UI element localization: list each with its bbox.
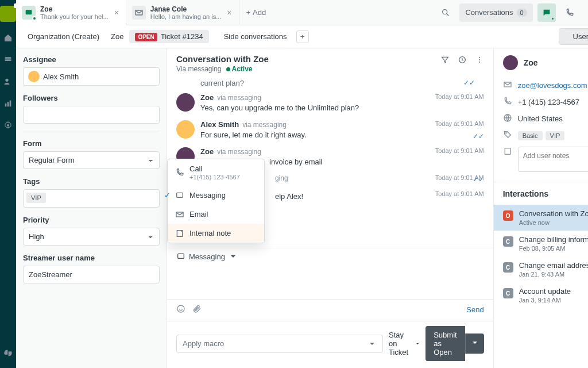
nav-rail — [0, 0, 16, 368]
timestamp: Today at 9:01 AM — [435, 93, 484, 100]
chat-icon — [175, 191, 185, 200]
search-icon[interactable] — [436, 3, 455, 22]
user-name: Zoe — [524, 58, 588, 67]
status-open-pill: OPEN — [135, 33, 157, 41]
tab-zoe[interactable]: ZoeThank you for your hel... × — [16, 0, 126, 25]
tag-icon — [503, 130, 512, 141]
svg-point-29 — [505, 133, 506, 133]
form-select[interactable]: Regular Form — [23, 151, 160, 169]
message: Zoevia messagingYes, can you upgrade me … — [176, 93, 484, 112]
message: Alex Smithvia messagingFor sure, let me … — [176, 120, 484, 139]
svg-rect-7 — [26, 10, 32, 14]
attach-icon[interactable] — [192, 304, 202, 315]
popup-email[interactable]: Email — [168, 205, 264, 224]
send-button[interactable]: Send — [466, 305, 483, 314]
svg-point-2 — [5, 79, 8, 82]
breadcrumb-bar: Organization (Create) Zoe OPENTicket #12… — [16, 25, 588, 48]
interaction-item[interactable]: CAccount updateJan 3, 9:14 AM — [494, 282, 588, 308]
streamer-field[interactable] — [23, 266, 160, 283]
mail-icon — [132, 6, 146, 20]
crumb-org[interactable]: Organization (Create) — [22, 30, 105, 43]
tab-janae[interactable]: Janae ColeHello, I am having an is... × — [126, 0, 239, 25]
interaction-item[interactable]: OConversation with ZoeActive now — [494, 205, 588, 231]
timestamp: Today at 9:01 AM — [435, 190, 484, 197]
svg-point-16 — [479, 57, 480, 58]
followers-field[interactable] — [23, 106, 160, 124]
zendesk-icon[interactable] — [2, 347, 14, 359]
filter-icon[interactable] — [440, 55, 450, 66]
priority-select[interactable]: High — [23, 228, 160, 246]
form-label: Form — [23, 139, 160, 148]
views-icon[interactable] — [2, 54, 14, 66]
interaction-item[interactable]: CChange email addressJan 21, 9:43 AM — [494, 256, 588, 282]
svg-rect-19 — [177, 193, 183, 197]
read-receipt-icon: ✓✓ — [463, 79, 475, 87]
chevron-down-icon — [415, 339, 420, 348]
popup-call[interactable]: Call+1(415) 123-4567 — [168, 159, 264, 186]
svg-rect-22 — [178, 254, 184, 258]
close-icon[interactable]: × — [226, 7, 233, 18]
svg-point-6 — [7, 124, 9, 126]
status-badge: C — [503, 288, 513, 298]
priority-label: Priority — [23, 216, 160, 224]
interaction-item[interactable]: CChange billing informationFeb 08, 9:05 … — [494, 231, 588, 256]
globe-icon — [503, 113, 512, 124]
brand-logo[interactable] — [0, 6, 16, 22]
macro-select[interactable]: Apply macro — [176, 335, 383, 353]
conversations-button[interactable]: Conversations0 — [459, 3, 532, 22]
emoji-icon[interactable] — [176, 304, 185, 315]
conversation-title: Conversation with Zoe — [176, 54, 440, 64]
call-icon[interactable] — [560, 3, 579, 22]
interactions-list: OConversation with ZoeActive now CChange… — [494, 205, 588, 314]
submit-dropdown[interactable] — [465, 334, 484, 354]
side-conversations[interactable]: Side conversations — [218, 30, 293, 43]
tab-user[interactable]: User — [559, 29, 588, 44]
phone-icon — [175, 168, 185, 177]
footer-bar: Apply macro Stay on Ticket Submit as Ope… — [167, 321, 493, 368]
crumb-name[interactable]: Zoe — [105, 30, 129, 43]
channel-selector[interactable]: Messaging — [167, 248, 493, 264]
notifications-icon[interactable]: 1 — [583, 3, 588, 22]
add-side-conv-button[interactable]: + — [296, 30, 309, 43]
status-badge: C — [503, 262, 513, 273]
crumb-ticket[interactable]: OPENTicket #1234 — [129, 30, 208, 43]
reports-icon[interactable] — [2, 98, 14, 109]
submit-group: Submit as Open — [425, 326, 483, 361]
chevron-down-icon — [229, 252, 238, 261]
followers-label: Followers — [23, 94, 160, 102]
home-icon[interactable] — [2, 32, 14, 44]
svg-rect-0 — [5, 57, 11, 59]
close-icon[interactable]: × — [113, 7, 120, 18]
user-notes-field[interactable] — [518, 147, 588, 172]
channel-popup: Call+1(415) 123-4567 ✓Messaging Email In… — [167, 159, 265, 243]
tab-sub: Thank you for your hel... — [40, 13, 109, 20]
svg-point-17 — [479, 59, 480, 60]
more-icon[interactable] — [475, 55, 484, 66]
phone-icon — [503, 97, 512, 108]
streamer-label: Streamer user name — [23, 254, 160, 262]
chat-status-icon[interactable] — [537, 3, 556, 22]
submit-button[interactable]: Submit as Open — [425, 326, 465, 361]
tab-title: Janae Cole — [150, 5, 222, 13]
avatar — [28, 71, 40, 82]
popup-internal-note[interactable]: Internal note — [168, 224, 264, 243]
tags-field[interactable]: VIP — [23, 189, 160, 208]
user-email[interactable]: zoe@lovesdogs.com — [503, 77, 588, 94]
user-notes-row — [503, 144, 588, 175]
assignee-field[interactable]: Alex Smith — [23, 67, 160, 86]
stay-on-ticket[interactable]: Stay on Ticket — [389, 331, 420, 356]
settings-icon[interactable] — [2, 120, 14, 131]
ticket-fields-pane: Assignee Alex Smith Followers Form Regul… — [16, 48, 167, 368]
topbar: ZoeThank you for your hel... × Janae Col… — [16, 0, 588, 25]
conv-count: 0 — [517, 9, 527, 17]
timestamp: Today at 9:01 AM — [435, 147, 484, 154]
chevron-down-icon — [368, 339, 377, 348]
popup-messaging[interactable]: ✓Messaging — [168, 186, 264, 205]
customers-icon[interactable] — [2, 76, 14, 87]
history-icon[interactable] — [458, 55, 467, 66]
svg-rect-30 — [505, 148, 510, 155]
avatar — [176, 93, 195, 112]
tab-sub: Hello, I am having an is... — [150, 13, 222, 20]
add-tab-button[interactable]: + Add — [239, 8, 273, 17]
composer: Send — [167, 299, 493, 321]
